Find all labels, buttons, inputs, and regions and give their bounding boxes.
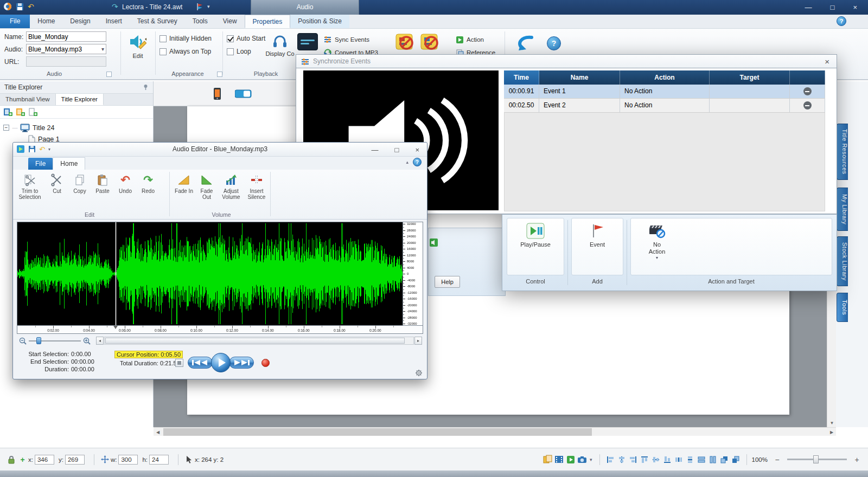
flag-icon[interactable] [196,3,203,11]
zoom-in-button[interactable]: + [852,454,862,465]
align-right-icon[interactable] [628,454,639,465]
event-row-1[interactable]: 00:00.91 Event 1 No Action [504,85,825,99]
save-icon[interactable] [16,3,24,11]
phone-device-icon[interactable] [213,87,221,100]
transitions-icon[interactable] [542,454,553,465]
editor-minimize-button[interactable]: — [372,146,379,154]
tab-thumbnail-view[interactable]: Thumbnail View [0,94,56,105]
tab-insert[interactable]: Insert [98,15,130,28]
x-position-field[interactable]: 346 [35,455,54,465]
controller-style-icon[interactable] [297,33,318,50]
sync-close-button[interactable]: × [822,57,832,66]
action-button[interactable]: Action [456,34,484,45]
edit-audio-button[interactable]: Edit [124,33,152,60]
scroll-left-icon[interactable]: ◀ [154,428,162,436]
close-button[interactable]: × [853,3,857,11]
collapse-icon[interactable]: − [3,125,9,131]
side-tab-stock-library[interactable]: Stock Library [837,236,848,286]
record-button[interactable] [261,359,270,367]
sync-titlebar[interactable]: Synchronize Events × [296,54,837,68]
scroll-right-icon[interactable]: ▶ [827,428,836,436]
tab-view[interactable]: View [215,15,245,28]
same-height-icon[interactable] [708,454,718,465]
auto-start-checkbox[interactable]: Auto Start [227,35,265,42]
audio-group-launcher-icon[interactable] [106,72,112,77]
editor-tab-file[interactable]: File [28,158,53,170]
column-header-time[interactable]: Time [504,70,539,85]
tab-properties[interactable]: Properties [245,15,291,28]
horizontal-scrollbar[interactable]: ◀ ▶ [154,427,836,436]
same-width-icon[interactable] [697,454,707,465]
editor-maximize-button[interactable]: □ [395,146,399,154]
cursor-marker-icon[interactable] [113,326,118,329]
wave-scrollbar[interactable] [104,337,414,345]
align-bottom-icon[interactable] [662,454,673,465]
tab-test-survey[interactable]: Test & Survey [130,15,185,28]
play-button[interactable] [211,353,231,372]
side-tab-title-resources[interactable]: Title Resources [837,124,848,180]
tree-item-title[interactable]: − ····· Title 24 [0,122,153,133]
zoom-slider[interactable] [787,459,847,460]
initially-hidden-checkbox[interactable]: Initially Hidden [159,35,212,42]
add-page-button[interactable] [28,107,37,117]
add-position-icon[interactable]: + [17,454,28,465]
pin-icon[interactable] [143,84,149,91]
minimize-button[interactable]: — [805,3,812,11]
horizontal-scroll-thumb[interactable] [163,428,592,436]
main-help-icon[interactable]: ? [837,16,846,26]
name-input[interactable] [26,31,106,42]
wave-scroll-thumb[interactable] [105,338,405,344]
add-chapter-button[interactable] [3,107,12,117]
video-icon[interactable] [554,454,564,465]
distribute-horizontal-icon[interactable] [674,454,684,465]
tab-title-explorer[interactable]: Title Explorer [56,94,104,105]
ribbon-collapse-icon[interactable]: ▴ [406,159,409,165]
tab-home[interactable]: Home [30,15,62,28]
event-row-2[interactable]: 00:02.50 Event 2 No Action [504,99,825,113]
play-pause-button[interactable]: Play/Pause [515,218,556,248]
undo-button[interactable]: ↶ Undo [114,172,137,210]
display-controller-button[interactable]: Display Co [265,33,295,57]
scroll-down-icon[interactable]: ▼ [827,418,837,427]
tab-file[interactable]: File [0,15,30,28]
preview-play-icon[interactable] [565,454,576,465]
column-header-target[interactable]: Target [710,70,790,85]
side-tab-tools[interactable]: Tools [837,293,848,322]
sync-events-button[interactable]: Sync Events [323,34,369,45]
lectora-logo-icon[interactable] [3,2,12,11]
add-event-button[interactable]: Event [584,218,611,248]
y-position-field[interactable]: 269 [65,455,85,465]
remove-event-button[interactable] [803,101,812,109]
audio-file-combo[interactable]: Blue_Monday.mp3▾ [26,44,106,54]
height-field[interactable]: 24 [149,455,169,465]
audio-editor-titlebar[interactable]: ↶ ▾ Audio Editor - Blue_Monday.mp3 — □ × [13,143,427,157]
zoom-out-icon[interactable] [19,337,27,345]
editor-tab-home[interactable]: Home [53,157,85,170]
waveform-canvas[interactable] [17,222,403,325]
bring-to-front-icon[interactable] [719,454,730,465]
zoom-out-button[interactable]: − [772,454,782,465]
zoom-slider-thumb[interactable] [36,337,41,344]
distribute-vertical-icon[interactable] [685,454,695,465]
tab-tools[interactable]: Tools [185,15,215,28]
remove-event-button[interactable] [803,87,812,95]
tab-position-size[interactable]: Position & Size [290,15,349,28]
adjust-volume-button[interactable]: Adjust Volume [219,172,243,210]
send-to-back-icon[interactable] [731,454,741,465]
ribbon-help-icon[interactable]: ? [547,36,561,50]
align-top-icon[interactable] [640,454,650,465]
zoom-in-icon[interactable] [83,337,91,345]
trim-button[interactable]: Trim to Selection [16,172,43,210]
always-on-top-checkbox[interactable]: Always on Top [159,48,211,55]
undo-icon[interactable]: ↶ [28,2,108,11]
add-section-button[interactable] [16,107,25,117]
width-field[interactable]: 300 [118,455,138,465]
editor-help-icon[interactable]: ? [413,158,422,166]
redo-button[interactable]: ↷ Redo [137,172,159,210]
paste-button[interactable]: Paste [91,172,114,210]
align-left-icon[interactable] [605,454,616,465]
fade-in-button[interactable]: Fade In [174,172,194,210]
align-center-icon[interactable] [617,454,627,465]
align-middle-icon[interactable] [651,454,661,465]
time-ruler[interactable]: 0:02.000:04.000:06.000:08.000:10.000:12.… [17,325,423,333]
